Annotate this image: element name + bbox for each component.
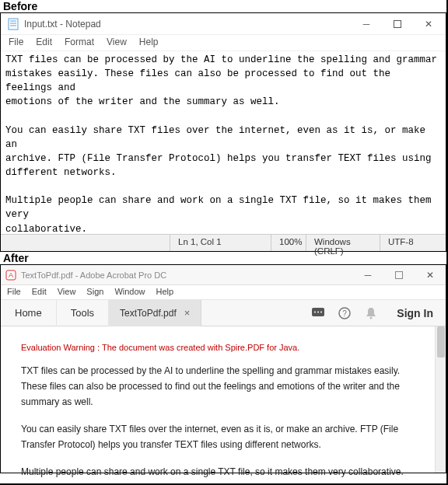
tools-button[interactable]: Tools	[57, 300, 109, 326]
bell-icon[interactable]	[358, 300, 384, 326]
maximize-icon	[395, 271, 403, 279]
before-label: Before	[0, 0, 446, 12]
menu-file[interactable]: File	[9, 37, 23, 47]
maximize-button[interactable]	[382, 13, 413, 35]
menu-view[interactable]: View	[107, 37, 127, 47]
notepad-titlebar: Input.txt - Notepad ─ ✕	[1, 13, 446, 35]
scrollbar[interactable]	[435, 326, 446, 473]
svg-rect-4	[394, 20, 401, 27]
svg-rect-0	[9, 19, 18, 30]
svg-point-14	[370, 316, 373, 319]
tab-close-button[interactable]: ×	[184, 307, 191, 319]
notepad-title: Input.txt - Notepad	[24, 19, 351, 30]
acrobat-window: A TextToPdf.pdf - Adobe Acrobat Pro DC ─…	[0, 264, 446, 473]
acrobat-title: TextToPdf.pdf - Adobe Acrobat Pro DC	[21, 270, 352, 280]
menu-edit[interactable]: Edit	[32, 287, 47, 296]
menu-window[interactable]: Window	[114, 287, 145, 296]
notepad-textarea[interactable]: TXT files can be processed by the AI to …	[1, 51, 446, 234]
menu-help[interactable]: Help	[139, 37, 159, 47]
menu-format[interactable]: Format	[65, 37, 94, 47]
menu-help[interactable]: Help	[156, 287, 174, 296]
svg-point-10	[317, 311, 319, 312]
status-zoom: 100%	[271, 235, 306, 251]
acrobat-icon: A	[5, 270, 16, 281]
status-eol: Windows (CRLF)	[306, 235, 380, 251]
notepad-window: Input.txt - Notepad ─ ✕ File Edit Format…	[0, 12, 446, 252]
pdf-paragraph: Multiple people can share and work on a …	[21, 464, 415, 480]
status-encoding: UTF-8	[380, 235, 446, 251]
acrobat-titlebar: A TextToPdf.pdf - Adobe Acrobat Pro DC ─…	[1, 265, 446, 285]
svg-text:A: A	[9, 271, 13, 279]
svg-point-9	[314, 311, 316, 312]
evaluation-warning: Evaluation Warning : The document was cr…	[21, 340, 415, 355]
menu-edit[interactable]: Edit	[36, 37, 52, 47]
notepad-statusbar: Ln 1, Col 1 100% Windows (CRLF) UTF-8	[1, 234, 446, 251]
minimize-button[interactable]: ─	[351, 13, 382, 35]
document-tab[interactable]: TextToPdf.pdf ×	[109, 300, 201, 326]
home-button[interactable]: Home	[1, 300, 57, 326]
status-position: Ln 1, Col 1	[170, 235, 271, 251]
menu-sign[interactable]: Sign	[86, 287, 103, 296]
minimize-button[interactable]: ─	[352, 264, 383, 286]
pdf-content: Evaluation Warning : The document was cr…	[1, 326, 435, 473]
notepad-icon	[7, 18, 19, 30]
tab-label: TextToPdf.pdf	[120, 308, 177, 319]
help-icon[interactable]: ?	[331, 300, 358, 326]
close-button[interactable]: ✕	[415, 264, 446, 286]
menu-view[interactable]: View	[58, 287, 76, 296]
acrobat-toolbar: Home Tools TextToPdf.pdf × ? Sign In	[1, 300, 446, 326]
maximize-icon	[394, 20, 401, 28]
chat-icon[interactable]	[305, 300, 331, 326]
notepad-menu: File Edit Format View Help	[1, 35, 446, 51]
pdf-paragraph: TXT files can be processed by the AI to …	[21, 363, 415, 410]
maximize-button[interactable]	[383, 264, 415, 286]
after-label: After	[0, 252, 446, 264]
svg-text:?: ?	[343, 309, 348, 318]
menu-file[interactable]: File	[7, 287, 21, 296]
close-button[interactable]: ✕	[413, 13, 444, 35]
svg-point-11	[320, 311, 322, 312]
acrobat-menu: File Edit View Sign Window Help	[1, 285, 446, 300]
svg-rect-7	[396, 271, 403, 278]
signin-button[interactable]: Sign In	[384, 307, 446, 319]
pdf-paragraph: You can easily share TXT files over the …	[21, 421, 415, 453]
